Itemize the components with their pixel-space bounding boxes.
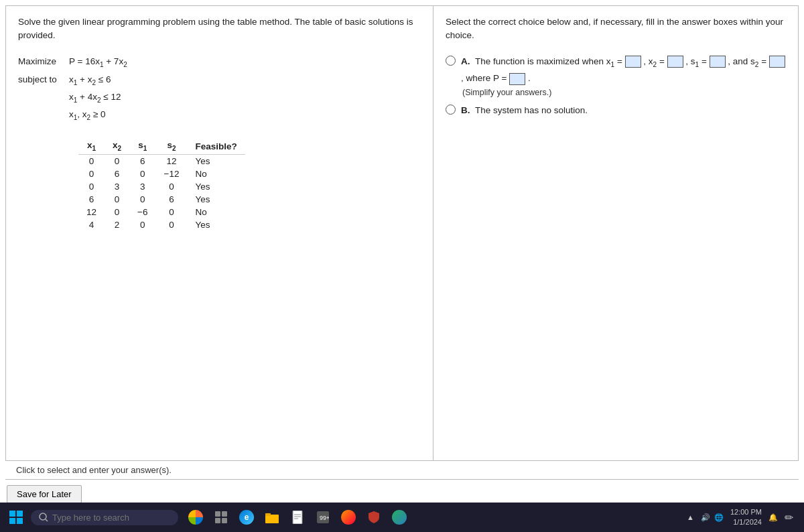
basic-solutions-table-container: x1 x2 s1 s2 Feasible? 00612Yes060−12No03… bbox=[78, 138, 421, 231]
taskbar-search-box[interactable] bbox=[31, 510, 178, 525]
subject-to-label: subject to bbox=[18, 72, 65, 123]
cell-row5-col3: 0 bbox=[156, 218, 188, 231]
cell-row2-feasible: Yes bbox=[187, 180, 245, 193]
cell-row2-col1: 3 bbox=[105, 180, 129, 193]
left-panel: Solve the given linear programming probl… bbox=[6, 6, 433, 460]
simplify-note: (Simplify your answers.) bbox=[462, 88, 786, 97]
table-row: 6006Yes bbox=[78, 193, 245, 206]
notification-badge[interactable]: 99+ bbox=[312, 507, 334, 528]
cell-row1-feasible: No bbox=[187, 168, 245, 180]
answer-box-x2[interactable] bbox=[667, 56, 683, 68]
answer-box-x1[interactable] bbox=[625, 56, 641, 68]
cell-row0-feasible: Yes bbox=[187, 154, 245, 168]
time-display: 12:00 PM bbox=[730, 507, 762, 517]
radio-a[interactable] bbox=[446, 56, 456, 66]
svg-rect-11 bbox=[265, 513, 271, 516]
network-icon[interactable]: 🌐 bbox=[714, 513, 724, 522]
option-a-text5: , bbox=[461, 73, 466, 83]
cell-row4-col0: 12 bbox=[78, 206, 105, 218]
shield-icon-taskbar[interactable] bbox=[363, 507, 385, 528]
table-row: 4200Yes bbox=[78, 218, 245, 231]
task-view-icon[interactable] bbox=[210, 507, 232, 528]
edge-icon[interactable]: e bbox=[236, 507, 257, 528]
cell-row1-col0: 0 bbox=[78, 168, 105, 180]
option-a-text2: , x2 = bbox=[643, 56, 667, 66]
cell-row3-col3: 6 bbox=[156, 193, 188, 206]
table-row: 0330Yes bbox=[78, 180, 245, 193]
search-input[interactable] bbox=[52, 513, 159, 523]
cell-row0-col2: 6 bbox=[129, 154, 155, 168]
cell-row1-col3: −12 bbox=[156, 168, 188, 180]
cortana-icon[interactable] bbox=[185, 507, 206, 528]
option-b-content: B. The system has no solution. bbox=[461, 103, 588, 119]
cell-row5-col0: 4 bbox=[78, 218, 105, 231]
taskbar-icons-group: e 99+ bbox=[185, 507, 410, 528]
taskbar: e 99+ bbox=[0, 503, 804, 532]
notepad-icon[interactable] bbox=[287, 507, 308, 528]
option-a-content: A. The function is maximized when x1 = ,… bbox=[461, 54, 786, 98]
radio-b[interactable] bbox=[446, 105, 456, 115]
svg-rect-1 bbox=[17, 511, 23, 517]
up-arrow-icon: ▲ bbox=[687, 513, 694, 521]
svg-rect-8 bbox=[215, 518, 220, 523]
map-icon[interactable] bbox=[389, 507, 410, 528]
notification-bell[interactable]: 🔔 bbox=[768, 513, 778, 522]
option-a-label: A. bbox=[461, 56, 470, 66]
date-display: 1/1/2024 bbox=[730, 517, 762, 527]
cell-row1-col1: 6 bbox=[105, 168, 129, 180]
cell-row0-col0: 0 bbox=[78, 154, 105, 168]
objective-function: P = 16x1 + 7x2 bbox=[69, 54, 127, 71]
cell-row3-col1: 0 bbox=[105, 193, 129, 206]
col-header-feasible: Feasible? bbox=[187, 138, 245, 154]
firefox-icon[interactable] bbox=[338, 507, 359, 528]
cell-row2-col2: 3 bbox=[129, 180, 155, 193]
cell-row5-col2: 0 bbox=[129, 218, 155, 231]
right-panel: Select the correct choice below and, if … bbox=[433, 6, 798, 460]
svg-rect-0 bbox=[9, 511, 15, 517]
option-a-text3: , s1 = bbox=[685, 56, 709, 66]
option-a-text6: P = bbox=[493, 73, 509, 83]
answer-box-s1[interactable] bbox=[710, 56, 726, 68]
left-instruction: Solve the given linear programming probl… bbox=[18, 15, 421, 43]
svg-text:99+: 99+ bbox=[320, 515, 329, 521]
save-for-later-button[interactable]: Save for Later bbox=[7, 485, 82, 503]
bottom-instruction: Click to select and enter your answer(s)… bbox=[5, 461, 799, 479]
cell-row2-col3: 0 bbox=[156, 180, 188, 193]
cell-row5-col1: 2 bbox=[105, 218, 129, 231]
svg-rect-12 bbox=[293, 511, 302, 524]
period: . bbox=[528, 73, 531, 83]
cell-row2-col0: 0 bbox=[78, 180, 105, 193]
cell-row4-col3: 0 bbox=[156, 206, 188, 218]
windows-icon bbox=[9, 511, 23, 524]
svg-point-4 bbox=[40, 513, 46, 520]
col-header-x1: x1 bbox=[78, 138, 105, 154]
problem-block: Maximize P = 16x1 + 7x2 subject to x1 + … bbox=[18, 54, 421, 124]
start-button[interactable] bbox=[4, 505, 28, 529]
pen-icon[interactable]: ✏ bbox=[785, 511, 793, 524]
svg-rect-7 bbox=[222, 511, 227, 517]
col-header-s1: s1 bbox=[129, 138, 155, 154]
answer-box-s2[interactable] bbox=[769, 56, 785, 68]
cell-row4-feasible: No bbox=[187, 206, 245, 218]
taskbar-right-area: ▲ 🔊 🌐 12:00 PM 1/1/2024 🔔 ✏ bbox=[687, 507, 800, 528]
cell-row1-col2: 0 bbox=[129, 168, 155, 180]
option-b-label: B. bbox=[461, 105, 470, 115]
taskbar-clock[interactable]: 12:00 PM 1/1/2024 bbox=[730, 507, 762, 528]
answer-box-p[interactable] bbox=[509, 73, 525, 85]
col-header-x2: x2 bbox=[105, 138, 129, 154]
cell-row0-col3: 12 bbox=[156, 154, 188, 168]
table-row: 00612Yes bbox=[78, 154, 245, 168]
svg-rect-3 bbox=[17, 518, 23, 524]
notification-area-icons: 🔊 🌐 bbox=[701, 513, 724, 522]
table-row: 120−60No bbox=[78, 206, 245, 218]
constraint-1: x1 + x2 ≤ 6 bbox=[69, 72, 121, 89]
system-tray[interactable]: ▲ bbox=[687, 513, 694, 521]
file-explorer-icon[interactable] bbox=[261, 507, 283, 528]
cell-row3-col2: 0 bbox=[129, 193, 155, 206]
basic-solutions-table: x1 x2 s1 s2 Feasible? 00612Yes060−12No03… bbox=[78, 138, 245, 231]
svg-line-5 bbox=[46, 519, 48, 521]
svg-rect-9 bbox=[222, 518, 227, 523]
svg-rect-6 bbox=[215, 511, 220, 517]
cell-row3-feasible: Yes bbox=[187, 193, 245, 206]
speaker-icon[interactable]: 🔊 bbox=[701, 513, 710, 522]
